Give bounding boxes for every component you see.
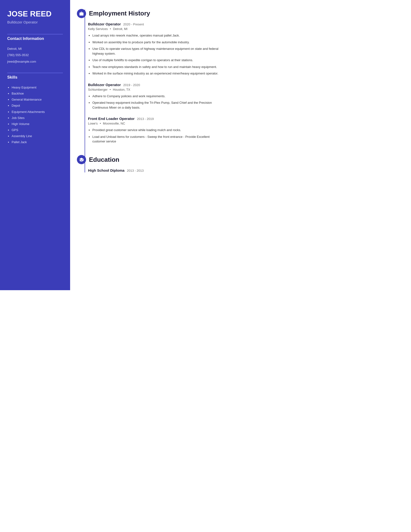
bullet-item: Worked in the surface mining industry as… <box>92 71 219 76</box>
bullet-item: Load arrays into rework machine, operate… <box>92 33 219 38</box>
job-company: Kelly Services • Detroit, MI <box>88 27 219 31</box>
skills-header: Skills <box>7 73 63 82</box>
employment-section-header: Employment History <box>88 10 219 17</box>
education-section-header: Education <box>88 156 219 163</box>
job-title: Front End Loader Operator <box>88 116 135 121</box>
skills-section: Skills Heavy EquipmentBackhoeGeneral Mai… <box>7 73 63 145</box>
job-company: Schlumberger • Houston, TX <box>88 88 219 91</box>
job-entry: Bulldozer Operator2019 - 2020Schlumberge… <box>88 83 219 110</box>
skill-item: Job Sites <box>12 116 63 120</box>
edu-dates: 2013 - 2013 <box>127 169 144 172</box>
job-header: Bulldozer Operator2019 - 2020 <box>88 83 219 87</box>
bullet-item: Worked on assembly line to produce parts… <box>92 40 219 45</box>
education-title: Education <box>89 156 120 163</box>
skill-item: Pallet Jack <box>12 140 63 144</box>
bullet-item: Use CDL to operate various types of high… <box>92 47 219 56</box>
bullet-item: Provided great customer service while lo… <box>92 128 219 133</box>
skill-item: Equipment Attachments <box>12 110 63 114</box>
job-bullets: Provided great customer service while lo… <box>88 128 219 144</box>
job-dates: 2019 - 2020 <box>123 83 140 87</box>
contact-location: Detroit, MI <box>7 47 63 51</box>
skill-item: Backhoe <box>12 91 63 96</box>
bullet-item: Load and Unload items for customers - Sw… <box>92 134 219 144</box>
job-dates: 2013 - 2019 <box>137 117 154 121</box>
skill-item: Depot <box>12 104 63 108</box>
edu-title: High School Diploma <box>88 168 124 172</box>
skill-item: GPS <box>12 128 63 132</box>
employment-title: Employment History <box>89 10 150 17</box>
bullet-item: Adhere to Company policies and work requ… <box>92 94 219 99</box>
job-header: Bulldozer Operator2020 - Present <box>88 22 219 26</box>
main-content: Employment History Bulldozer Operator202… <box>70 0 230 290</box>
job-entry: Front End Loader Operator2013 - 2019Lowe… <box>88 116 219 144</box>
job-bullets: Adhere to Company policies and work requ… <box>88 94 219 110</box>
edu-header: High School Diploma2013 - 2013 <box>88 168 219 172</box>
jobs-container: Bulldozer Operator2020 - PresentKelly Se… <box>88 22 219 144</box>
skill-item: Assembly Line <box>12 134 63 138</box>
contact-header: Contact Information <box>7 34 63 43</box>
sidebar: JOSE REED Bulldozer Operator Contact Inf… <box>0 0 70 290</box>
skills-list: Heavy EquipmentBackhoeGeneral Maintenanc… <box>7 85 63 145</box>
edu-entry: High School Diploma2013 - 2013 <box>88 168 219 172</box>
bullet-item: Operated heavy equipment including the T… <box>92 100 219 110</box>
sidebar-subtitle: Bulldozer Operator <box>7 20 63 24</box>
job-title: Bulldozer Operator <box>88 83 121 87</box>
contact-email: jreed@example.com <box>7 59 63 64</box>
job-header: Front End Loader Operator2013 - 2019 <box>88 116 219 121</box>
contact-section: Contact Information Detroit, MI (780) 55… <box>7 34 63 64</box>
skill-item: General Maintenance <box>12 97 63 102</box>
education-container: High School Diploma2013 - 2013 <box>88 168 219 172</box>
bullet-item: Use of multiple forklifts to expedite co… <box>92 58 219 63</box>
job-title: Bulldozer Operator <box>88 22 121 26</box>
job-company: Lowe's • Mooresville, NC <box>88 122 219 125</box>
skill-item: High Volume <box>12 122 63 126</box>
job-entry: Bulldozer Operator2020 - PresentKelly Se… <box>88 22 219 76</box>
job-bullets: Load arrays into rework machine, operate… <box>88 33 219 76</box>
sidebar-name: JOSE REED <box>7 10 63 18</box>
skill-item: Heavy Equipment <box>12 85 63 90</box>
briefcase-icon <box>77 9 86 18</box>
timeline: Employment History Bulldozer Operator202… <box>81 10 219 172</box>
graduation-icon <box>77 155 86 164</box>
job-dates: 2020 - Present <box>123 22 144 26</box>
contact-phone: (780) 555-3532 <box>7 53 63 57</box>
bullet-item: Teach new employees standards in safety … <box>92 65 219 69</box>
